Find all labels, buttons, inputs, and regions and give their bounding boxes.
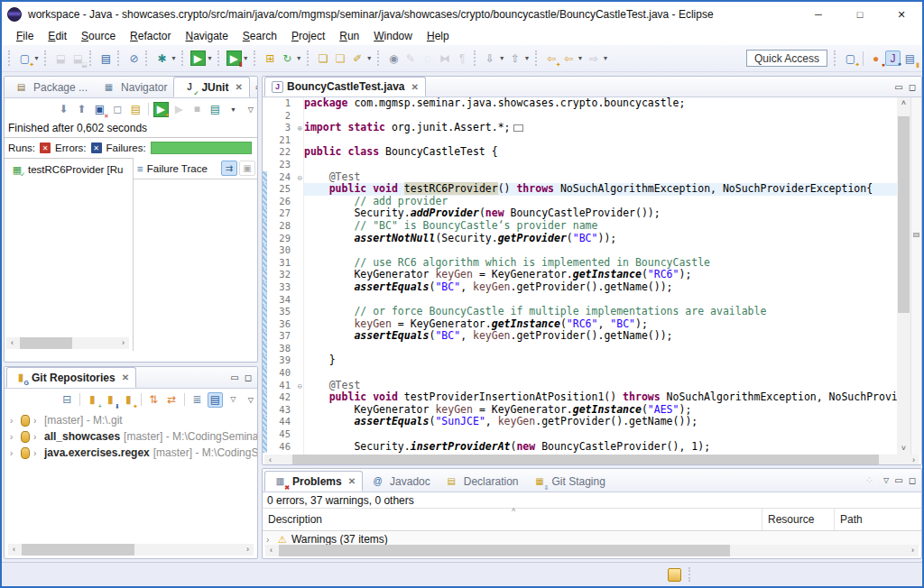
scroll-right-icon[interactable]: › — [907, 545, 919, 556]
overview-marker[interactable] — [913, 233, 919, 237]
test-result-item[interactable]: ▦✓ testRC6Provider [Ru — [5, 159, 133, 180]
view-menu-icon[interactable]: ▽ — [248, 106, 254, 114]
menu-window[interactable]: Window — [366, 28, 420, 45]
git-repo-row[interactable]: ››java.exercises.regex [master] - M:\Cod… — [5, 445, 257, 461]
debug-icon[interactable]: ✱ — [154, 51, 170, 66]
menu-source[interactable]: Source — [74, 28, 123, 45]
problems-hscrollbar[interactable]: ‹ › — [265, 545, 919, 556]
new-java-project-icon[interactable]: ⊞ — [263, 51, 278, 66]
coverage-icon[interactable]: ▶▮ — [226, 51, 242, 66]
tab-junit[interactable]: J✓JUnit✕ — [173, 77, 249, 97]
create-repo-icon[interactable]: ▮✦ — [121, 392, 136, 408]
run-icon[interactable]: ▶ — [190, 51, 206, 66]
menu-edit[interactable]: Edit — [41, 28, 74, 45]
dropdown-arrow-icon[interactable]: ▼ — [524, 55, 531, 61]
dropdown-arrow[interactable]: ▼ — [226, 102, 241, 117]
last-edit-location-icon[interactable]: ⇦✦ — [544, 51, 559, 66]
rerun-test-icon[interactable]: ▶✦ — [153, 102, 169, 117]
back-icon[interactable]: ⇦ — [561, 51, 577, 66]
scroll-left-icon[interactable]: ‹ — [8, 544, 20, 556]
scroll-left-icon[interactable]: ‹ — [265, 545, 277, 556]
tab-git-repositories[interactable]: ▮G Git Repositories ✕ — [6, 367, 136, 388]
scroll-right-icon[interactable]: › — [242, 544, 254, 556]
fold-collapse-icon[interactable]: ⊖ — [298, 381, 302, 393]
save-icon[interactable]: ⬓ — [53, 51, 69, 66]
view-menu-icon[interactable]: ▽ — [248, 396, 254, 404]
push-icon[interactable]: ⇄ — [164, 392, 180, 408]
scroll-left-icon[interactable]: ‹ — [6, 337, 18, 349]
clone-repo-icon[interactable]: ▮⬇ — [103, 392, 118, 408]
scroll-left-icon[interactable]: ‹ — [264, 455, 276, 465]
external-refresh-icon[interactable]: ◌ — [420, 51, 436, 66]
collapse-all-icon[interactable]: ⊟ — [60, 392, 75, 408]
close-icon[interactable]: ✕ — [348, 476, 356, 486]
status-tip-icon[interactable] — [668, 568, 681, 582]
maximize-button[interactable]: □ — [839, 2, 881, 27]
expand-chevron-icon[interactable]: › — [10, 416, 17, 426]
hierarchy-toggle-icon[interactable]: ≣ — [189, 392, 205, 408]
dropdown-arrow-icon[interactable]: ▼ — [578, 55, 584, 61]
close-icon[interactable]: ✕ — [235, 82, 242, 92]
git-hscrollbar[interactable]: ‹ › — [8, 544, 254, 556]
scroll-thumb[interactable] — [898, 116, 910, 313]
close-button[interactable]: ✕ — [881, 2, 922, 27]
filter-icon[interactable]: ⁘ — [862, 473, 877, 488]
dropdown-arrow-icon[interactable]: ▼ — [602, 55, 608, 61]
tab-editor-bouncycastletest[interactable]: J BouncyCastleTest.java ✕ — [264, 77, 426, 96]
annotate-icon[interactable]: ✐ — [350, 51, 365, 66]
search-icon[interactable]: ◉ — [386, 51, 402, 66]
scroll-thumb[interactable] — [279, 545, 730, 556]
expand-chevron-icon[interactable]: › — [33, 432, 41, 442]
open-task-icon[interactable]: ❏ — [316, 51, 331, 66]
expand-chevron-icon[interactable]: › — [266, 535, 273, 545]
skip-breakpoints-icon[interactable]: ⊘ — [126, 51, 142, 66]
code-area[interactable]: package com.mgmsp.seminar.java.showcases… — [304, 97, 897, 455]
minimize-view-icon[interactable]: ▭ — [255, 82, 258, 92]
scroll-down-icon[interactable]: ˅ — [897, 443, 910, 455]
view-menu-icon[interactable]: ▽ — [226, 392, 241, 408]
next-failed-test-icon[interactable]: ⬇ — [56, 102, 71, 117]
fold-expand-icon[interactable]: ⊕ — [298, 123, 302, 135]
javaee-perspective-icon[interactable]: ▤▮ — [902, 51, 918, 66]
failures-only-icon[interactable]: ▣✕ — [92, 102, 107, 117]
dropdown-arrow-icon[interactable]: ▼ — [243, 55, 249, 61]
mark-occurrences-icon[interactable]: ✎ — [403, 51, 419, 66]
overview-ruler[interactable] — [910, 97, 921, 455]
scroll-up-icon[interactable]: ˄ — [897, 97, 910, 109]
scroll-lock-icon[interactable]: ▤ — [128, 102, 143, 117]
tab-problems[interactable]: ▥✖Problems✕ — [264, 471, 363, 492]
expand-chevron-icon[interactable]: › — [33, 448, 41, 458]
column-resource[interactable]: Resource — [762, 509, 835, 530]
junit-tree-hscrollbar[interactable]: ‹ › — [6, 337, 129, 349]
maximize-view-icon[interactable]: ◻ — [245, 372, 252, 382]
editor-hscrollbar[interactable]: ‹ › — [264, 455, 919, 465]
new-wizard-icon[interactable]: ▢✦ — [17, 51, 32, 66]
menu-search[interactable]: Search — [236, 28, 284, 45]
view-menu-icon[interactable]: ▽ — [883, 476, 889, 484]
menu-help[interactable]: Help — [420, 28, 457, 45]
forward-icon[interactable]: ⇨ — [586, 51, 601, 66]
menu-refactor[interactable]: Refactor — [123, 28, 178, 45]
menu-run[interactable]: Run — [332, 28, 366, 45]
tab-navigator[interactable]: ▦Navigator — [94, 77, 173, 97]
fold-collapse-icon[interactable]: ⊖ — [298, 172, 302, 185]
git-perspective-icon[interactable]: ●● — [868, 51, 883, 66]
maximize-view-icon[interactable]: ◻ — [909, 475, 916, 485]
previous-failed-test-icon[interactable]: ⬆ — [74, 102, 89, 117]
link-with-editor-icon[interactable]: ▤ — [208, 392, 223, 408]
tab-git-staging[interactable]: ▦⇩Git Staging — [524, 471, 611, 492]
minimize-view-icon[interactable]: ▭ — [230, 372, 238, 382]
scroll-right-icon[interactable]: › — [117, 337, 129, 349]
git-repo-row[interactable]: ››[master] - M:\.git — [5, 412, 257, 428]
minimize-view-icon[interactable]: ▭ — [894, 475, 902, 485]
minimize-view-icon[interactable]: ▭ — [894, 82, 902, 92]
console-icon[interactable]: ▤ — [98, 51, 114, 66]
scroll-thumb[interactable] — [22, 544, 134, 556]
quick-access-box[interactable]: Quick Access — [746, 50, 827, 67]
folded-region-box[interactable] — [513, 124, 523, 132]
pilcrow-icon[interactable]: ¶ — [455, 51, 470, 66]
dropdown-arrow-icon[interactable]: ▼ — [33, 55, 40, 61]
scroll-thumb[interactable] — [20, 337, 72, 349]
expand-chevron-icon[interactable]: › — [33, 416, 41, 426]
tab-package-[interactable]: ▤Package ... — [6, 77, 94, 97]
